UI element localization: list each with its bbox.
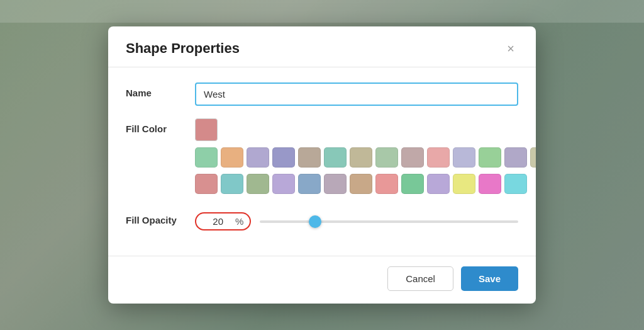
opacity-row: % — [195, 212, 518, 230]
color-palette — [195, 147, 536, 197]
modal-body: Name Fill Color Fill Opacity % — [108, 67, 536, 256]
fill-color-control — [195, 118, 536, 197]
opacity-slider[interactable] — [260, 220, 518, 223]
color-swatch[interactable] — [375, 174, 398, 194]
color-swatch[interactable] — [479, 147, 501, 168]
color-swatch[interactable] — [427, 174, 450, 194]
color-swatch[interactable] — [195, 147, 218, 168]
color-swatch[interactable] — [427, 147, 450, 168]
opacity-percent-label: % — [235, 216, 243, 227]
fill-opacity-label: Fill Opacity — [126, 210, 195, 225]
color-swatch[interactable] — [350, 174, 372, 194]
color-swatch[interactable] — [247, 174, 269, 194]
color-swatch[interactable] — [504, 174, 527, 194]
color-swatch[interactable] — [350, 147, 372, 168]
fill-color-label: Fill Color — [126, 118, 195, 134]
color-swatch[interactable] — [247, 147, 269, 168]
shape-properties-modal: Shape Properties × Name Fill Color Fill … — [108, 26, 536, 304]
fill-color-row: Fill Color — [126, 118, 518, 197]
color-swatch[interactable] — [298, 147, 321, 168]
color-swatch[interactable] — [298, 174, 321, 194]
cancel-button[interactable]: Cancel — [387, 266, 453, 291]
color-swatch[interactable] — [479, 174, 501, 194]
color-swatch[interactable] — [401, 147, 424, 168]
name-field-container — [195, 82, 518, 106]
color-swatch[interactable] — [324, 147, 347, 168]
modal-header: Shape Properties × — [108, 26, 536, 67]
opacity-slider-container — [260, 215, 518, 228]
fill-color-swatch[interactable] — [195, 118, 218, 141]
opacity-input-group: % — [195, 212, 251, 230]
color-swatch[interactable] — [272, 147, 295, 168]
fill-opacity-control: % — [195, 210, 518, 230]
opacity-input[interactable] — [203, 216, 233, 227]
top-bar — [0, 0, 644, 23]
name-row: Name — [126, 82, 518, 106]
name-input[interactable] — [195, 82, 518, 106]
fill-opacity-row: Fill Opacity % — [126, 210, 518, 230]
modal-title: Shape Properties — [126, 40, 240, 57]
color-swatch[interactable] — [221, 174, 243, 194]
color-swatch[interactable] — [324, 174, 347, 194]
color-swatch[interactable] — [453, 174, 475, 194]
color-swatch[interactable] — [401, 174, 424, 194]
close-button[interactable]: × — [503, 41, 518, 56]
color-swatch[interactable] — [195, 174, 218, 194]
color-swatch[interactable] — [375, 147, 398, 168]
color-swatch[interactable] — [504, 147, 527, 168]
color-swatch[interactable] — [453, 147, 475, 168]
name-label: Name — [126, 82, 195, 98]
color-swatch[interactable] — [530, 147, 536, 168]
color-swatch[interactable] — [272, 174, 295, 194]
save-button[interactable]: Save — [461, 266, 518, 291]
modal-footer: Cancel Save — [108, 256, 536, 304]
color-swatch[interactable] — [221, 147, 243, 168]
